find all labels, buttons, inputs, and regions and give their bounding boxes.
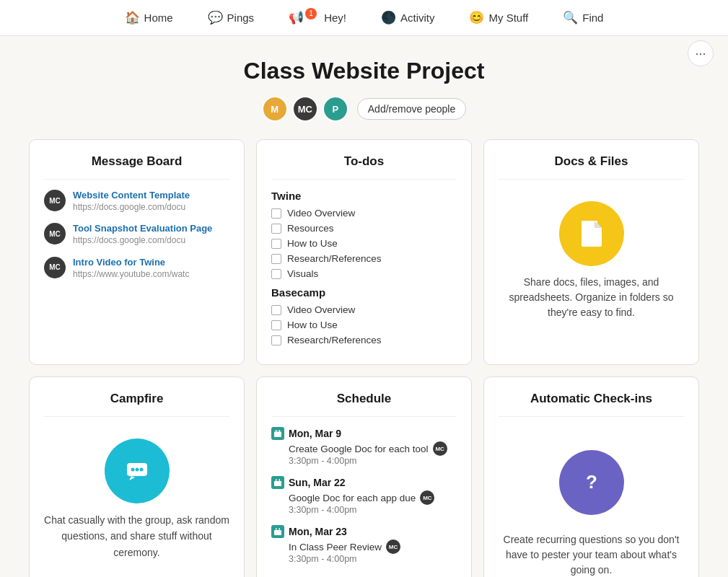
todo-label-3: How to Use [287, 238, 338, 249]
schedule-event-1[interactable]: Mon, Mar 9 Create Google Doc for each to… [271, 427, 457, 466]
schedule-avatar-2: MC [420, 490, 434, 505]
todo-item-twine-5[interactable]: Visuals [271, 268, 457, 279]
msg-content-1: Website Content Template https://docs.go… [73, 190, 190, 213]
project-header: Class Website Project M MC P Add/remove … [29, 58, 699, 122]
schedule-time-1: 3:30pm - 4:00pm [289, 456, 457, 466]
schedule-event-2[interactable]: Sun, Mar 22 Google Doc for each app due … [271, 476, 457, 515]
todo-checkbox-bc-3[interactable] [271, 335, 281, 345]
schedule-time-2: 3:30pm - 4:00pm [289, 505, 457, 515]
docs-icon-wrap [499, 201, 684, 266]
todo-label-bc-1: Video Overview [287, 304, 355, 315]
todo-checkbox-bc-2[interactable] [271, 320, 281, 330]
top-navigation: 🏠 Home 💬 Pings 📢 1 Hey! 🌑 Activity 😊 My … [0, 0, 728, 36]
schedule-time-3: 3:30pm - 4:00pm [289, 554, 457, 564]
hey-icon: 📢 [289, 10, 304, 25]
tools-grid: Message Board MC Website Content Templat… [29, 139, 699, 577]
svg-rect-16 [276, 528, 277, 530]
todo-group-basecamp: Basecamp [271, 286, 457, 299]
todos-card[interactable]: To-dos Twine Video Overview Resources Ho… [256, 139, 472, 365]
schedule-event-3[interactable]: Mon, Mar 23 In Class Peer Review MC 3:30… [271, 525, 457, 564]
nav-hey[interactable]: 📢 1 Hey! [283, 7, 352, 28]
docs-description: Share docs, files, images, and spreadshe… [499, 275, 684, 320]
checkins-icon-wrap: ? [499, 439, 684, 524]
todo-item-bc-1[interactable]: Video Overview [271, 304, 457, 315]
svg-rect-17 [279, 528, 281, 530]
campfire-description: Chat casually with the group, ask random… [44, 512, 229, 560]
campfire-card[interactable]: Campfire Chat casually with the group, a… [29, 376, 245, 577]
svg-rect-15 [274, 530, 281, 535]
file-icon [576, 218, 608, 250]
todo-group-twine: Twine [271, 190, 457, 202]
nav-hey-label: Hey! [324, 12, 346, 24]
svg-rect-11 [279, 430, 281, 432]
msg-url-1: https://docs.google.com/docu [73, 202, 190, 213]
msg-avatar-3: MC [44, 257, 66, 278]
schedule-event-title-3: In Class Peer Review MC [289, 539, 457, 554]
cal-svg-2 [273, 478, 282, 487]
nav-pings[interactable]: 💬 Pings [202, 7, 260, 28]
message-board-card[interactable]: Message Board MC Website Content Templat… [29, 139, 245, 365]
project-title: Class Website Project [29, 58, 699, 84]
todo-checkbox-5[interactable] [271, 269, 281, 279]
hey-badge: 1 [305, 8, 317, 19]
nav-activity-label: Activity [400, 12, 435, 24]
svg-point-5 [131, 468, 134, 472]
chat-icon [119, 453, 155, 489]
nav-activity[interactable]: 🌑 Activity [375, 7, 441, 28]
svg-rect-9 [274, 432, 281, 437]
msg-avatar-1: MC [44, 190, 66, 211]
todo-checkbox-bc-1[interactable] [271, 305, 281, 315]
msg-avatar-2: MC [44, 223, 66, 245]
todos-title: To-dos [271, 154, 457, 180]
todo-item-twine-4[interactable]: Research/References [271, 253, 457, 264]
schedule-avatar-1: MC [433, 441, 447, 456]
avatar-p[interactable]: P [323, 96, 348, 122]
auto-checkins-card[interactable]: Automatic Check-ins ? Create recurring q… [483, 376, 699, 577]
todo-label-2: Resources [287, 223, 334, 234]
activity-icon: 🌑 [381, 10, 396, 25]
todo-label-bc-3: Research/References [287, 335, 382, 345]
todo-label-1: Video Overview [287, 208, 355, 219]
todo-label-4: Research/References [287, 253, 382, 264]
more-button[interactable]: ··· [688, 40, 714, 66]
msg-url-3: https://www.youtube.com/watc [73, 269, 189, 281]
avatar-m[interactable]: M [262, 96, 288, 122]
todo-item-bc-3[interactable]: Research/References [271, 335, 457, 345]
calendar-icon-3 [271, 525, 284, 538]
add-remove-people-button[interactable]: Add/remove people [357, 98, 466, 120]
cal-svg-3 [273, 527, 282, 536]
calendar-icon-2 [271, 476, 284, 489]
svg-rect-13 [276, 479, 277, 481]
schedule-avatar-3: MC [386, 539, 400, 554]
todo-item-bc-2[interactable]: How to Use [271, 320, 457, 330]
nav-home-label: Home [144, 12, 173, 24]
pings-icon: 💬 [208, 10, 223, 25]
todo-checkbox-1[interactable] [271, 208, 281, 219]
svg-point-7 [139, 468, 143, 472]
todo-checkbox-3[interactable] [271, 239, 281, 249]
schedule-card[interactable]: Schedule Mon, Mar 9 [256, 376, 472, 577]
svg-rect-12 [274, 481, 281, 486]
cal-svg-1 [273, 429, 282, 438]
message-item-2[interactable]: MC Tool Snapshot Evaluation Page https:/… [44, 223, 229, 246]
message-item-3[interactable]: MC Intro Video for Twine https://www.you… [44, 257, 229, 280]
question-icon: ? [574, 464, 610, 501]
nav-find[interactable]: 🔍 Find [557, 7, 609, 28]
msg-title-2: Tool Snapshot Evaluation Page [73, 223, 212, 235]
calendar-icon-1 [271, 427, 284, 440]
msg-url-2: https://docs.google.com/docu [73, 235, 212, 247]
todo-item-twine-1[interactable]: Video Overview [271, 208, 457, 219]
nav-home[interactable]: 🏠 Home [119, 7, 179, 28]
nav-mystuff[interactable]: 😊 My Stuff [463, 7, 534, 28]
svg-rect-10 [276, 430, 277, 432]
find-icon: 🔍 [563, 10, 578, 25]
avatar-mc[interactable]: MC [292, 96, 318, 122]
todo-checkbox-4[interactable] [271, 254, 281, 264]
mystuff-icon: 😊 [469, 10, 484, 25]
todo-checkbox-2[interactable] [271, 224, 281, 234]
todo-item-twine-3[interactable]: How to Use [271, 238, 457, 249]
todo-item-twine-2[interactable]: Resources [271, 223, 457, 234]
message-item-1[interactable]: MC Website Content Template https://docs… [44, 190, 229, 213]
svg-text:?: ? [586, 471, 597, 493]
docs-files-card[interactable]: Docs & Files Share docs, files, imag [483, 139, 699, 365]
